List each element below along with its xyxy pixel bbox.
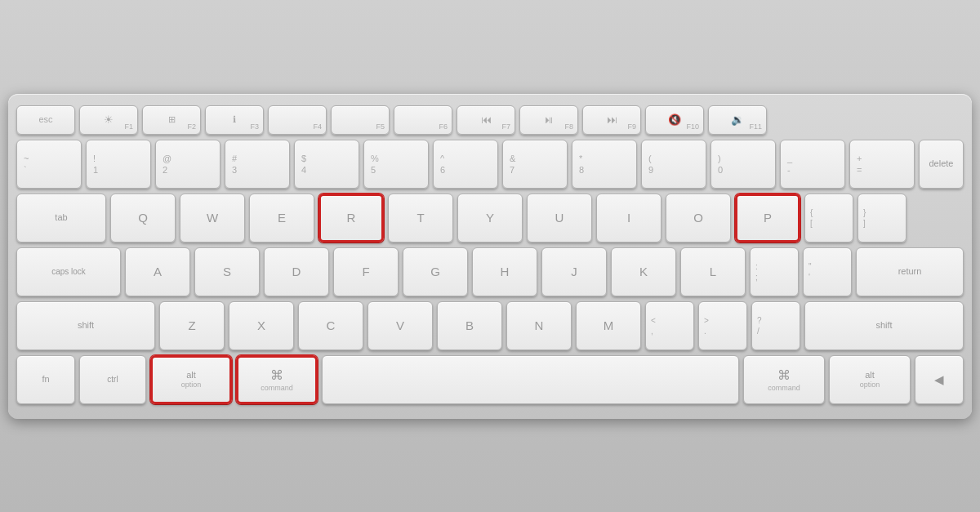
key-i[interactable]: I (596, 194, 662, 243)
key-a[interactable]: A (125, 247, 190, 296)
key-y[interactable]: Y (457, 194, 523, 243)
key-option-right[interactable]: alt option (829, 355, 911, 404)
key-f7[interactable]: ⏮ F7 (457, 105, 515, 135)
key-esc[interactable]: esc (16, 105, 75, 135)
key-o[interactable]: O (666, 194, 731, 243)
key-x[interactable]: X (229, 301, 294, 350)
key-3[interactable]: # 3 (225, 140, 290, 189)
key-command-left[interactable]: ⌘ command (236, 355, 318, 404)
key-f2[interactable]: ⊞ F2 (142, 105, 201, 135)
key-p[interactable]: P (735, 194, 800, 243)
key-b[interactable]: B (437, 301, 502, 350)
key-5[interactable]: % 5 (363, 140, 429, 189)
key-period[interactable]: > . (698, 301, 747, 350)
key-z[interactable]: Z (159, 301, 225, 350)
key-minus[interactable]: _ - (780, 140, 845, 189)
keyboard: esc ☀ F1 ⊞ F2 ℹ F3 F4 F5 F6 ⏮ (8, 94, 972, 419)
key-9[interactable]: ( 9 (641, 140, 706, 189)
key-t[interactable]: T (388, 194, 453, 243)
key-f8[interactable]: ⏯ F8 (519, 105, 578, 135)
key-w[interactable]: W (180, 194, 245, 243)
key-l[interactable]: L (680, 247, 746, 296)
key-tab[interactable]: tab (16, 194, 106, 243)
key-delete[interactable]: delete (919, 140, 964, 189)
key-6[interactable]: ^ 6 (433, 140, 498, 189)
key-rbracket[interactable]: } ] (858, 194, 906, 243)
key-f11[interactable]: 🔉 F11 (708, 105, 767, 135)
key-0[interactable]: ) 0 (710, 140, 776, 189)
key-tilde[interactable]: ~ ` (16, 140, 82, 189)
key-8[interactable]: * 8 (572, 140, 637, 189)
key-shift-left[interactable]: shift (16, 301, 155, 350)
key-f3[interactable]: ℹ F3 (205, 105, 264, 135)
key-h[interactable]: H (472, 247, 537, 296)
key-r[interactable]: R (318, 194, 384, 243)
key-f6[interactable]: F6 (394, 105, 452, 135)
key-f5[interactable]: F5 (331, 105, 390, 135)
key-return[interactable]: return (856, 247, 964, 296)
key-slash[interactable]: ? / (751, 301, 800, 350)
number-row: ~ ` ! 1 @ 2 # 3 $ 4 (16, 140, 964, 189)
key-space[interactable] (322, 355, 739, 404)
key-lbracket[interactable]: { [ (804, 194, 853, 243)
bottom-row: fn ctrl alt option ⌘ command ⌘ command a… (16, 355, 964, 404)
key-shift-right[interactable]: shift (804, 301, 964, 350)
key-u[interactable]: U (527, 194, 592, 243)
key-fn[interactable]: fn (16, 355, 75, 404)
key-f4[interactable]: F4 (268, 105, 327, 135)
key-option-left[interactable]: alt option (150, 355, 232, 404)
key-ctrl[interactable]: ctrl (79, 355, 146, 404)
key-1[interactable]: ! 1 (86, 140, 151, 189)
key-7[interactable]: & 7 (502, 140, 568, 189)
key-f[interactable]: F (333, 247, 399, 296)
key-m[interactable]: M (576, 301, 641, 350)
fn-row: esc ☀ F1 ⊞ F2 ℹ F3 F4 F5 F6 ⏮ (16, 105, 964, 135)
key-semicolon[interactable]: : ; (750, 247, 799, 296)
key-s[interactable]: S (194, 247, 260, 296)
key-command-right[interactable]: ⌘ command (743, 355, 825, 404)
qwerty-row: tab Q W E R T Y U I O P (16, 194, 964, 243)
key-equals[interactable]: + = (849, 140, 915, 189)
key-k[interactable]: K (611, 247, 676, 296)
key-f10[interactable]: 🔇 F10 (645, 105, 704, 135)
key-e[interactable]: E (249, 194, 314, 243)
key-j[interactable]: J (541, 247, 607, 296)
asdf-row: caps lock A S D F G H J K L : (16, 247, 964, 296)
key-d[interactable]: D (264, 247, 329, 296)
zxcv-row: shift Z X C V B N M < , (16, 301, 964, 350)
key-f9[interactable]: ⏭ F9 (582, 105, 641, 135)
key-g[interactable]: G (403, 247, 468, 296)
key-comma[interactable]: < , (645, 301, 694, 350)
key-q[interactable]: Q (110, 194, 176, 243)
key-c[interactable]: C (298, 301, 363, 350)
key-capslock[interactable]: caps lock (16, 247, 121, 296)
key-n[interactable]: N (506, 301, 572, 350)
key-2[interactable]: @ 2 (155, 140, 220, 189)
key-v[interactable]: V (368, 301, 433, 350)
key-f1[interactable]: ☀ F1 (79, 105, 138, 135)
key-quote[interactable]: " ' (803, 247, 852, 296)
key-4[interactable]: $ 4 (294, 140, 359, 189)
key-arrow-left[interactable]: ◀ (915, 355, 964, 404)
